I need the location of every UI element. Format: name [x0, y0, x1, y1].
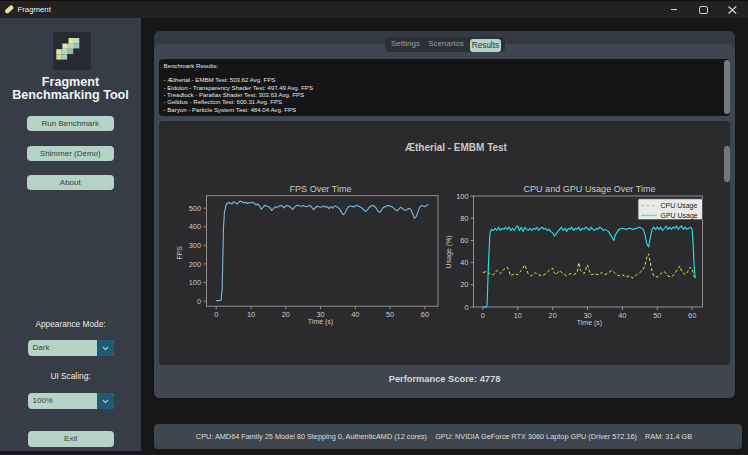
svg-text:60: 60 [460, 236, 468, 245]
svg-text:FPS Over Time: FPS Over Time [289, 184, 351, 194]
svg-text:GPU Usage: GPU Usage [660, 212, 697, 220]
svg-text:200: 200 [189, 259, 201, 268]
svg-text:300: 300 [189, 241, 201, 250]
svg-text:FPS: FPS [176, 245, 183, 259]
svg-text:400: 400 [189, 222, 201, 231]
svg-text:40: 40 [460, 258, 468, 267]
svg-text:50: 50 [653, 311, 661, 320]
svg-text:Usage (%): Usage (%) [445, 235, 453, 268]
svg-text:Time (s): Time (s) [577, 319, 602, 327]
svg-text:500: 500 [189, 204, 201, 213]
svg-text:40: 40 [351, 309, 359, 318]
svg-text:10: 10 [247, 309, 255, 318]
svg-text:40: 40 [618, 311, 626, 320]
svg-text:0: 0 [214, 309, 218, 318]
svg-text:0: 0 [197, 297, 201, 306]
svg-text:20: 20 [549, 311, 557, 320]
svg-text:10: 10 [514, 311, 522, 320]
svg-text:Ætherial - EMBM Test: Ætherial - EMBM Test [405, 142, 508, 153]
svg-text:60: 60 [421, 309, 429, 318]
svg-text:0: 0 [464, 302, 468, 311]
svg-text:60: 60 [688, 311, 696, 320]
svg-text:50: 50 [386, 309, 394, 318]
svg-text:CPU Usage: CPU Usage [660, 202, 697, 210]
svg-text:20: 20 [282, 309, 290, 318]
svg-text:Time (s): Time (s) [308, 318, 333, 326]
svg-text:100: 100 [456, 191, 468, 200]
svg-text:CPU and GPU Usage Over Time: CPU and GPU Usage Over Time [523, 184, 655, 194]
svg-text:100: 100 [189, 278, 201, 287]
svg-text:80: 80 [460, 214, 468, 223]
svg-text:0: 0 [481, 311, 485, 320]
svg-text:20: 20 [460, 280, 468, 289]
